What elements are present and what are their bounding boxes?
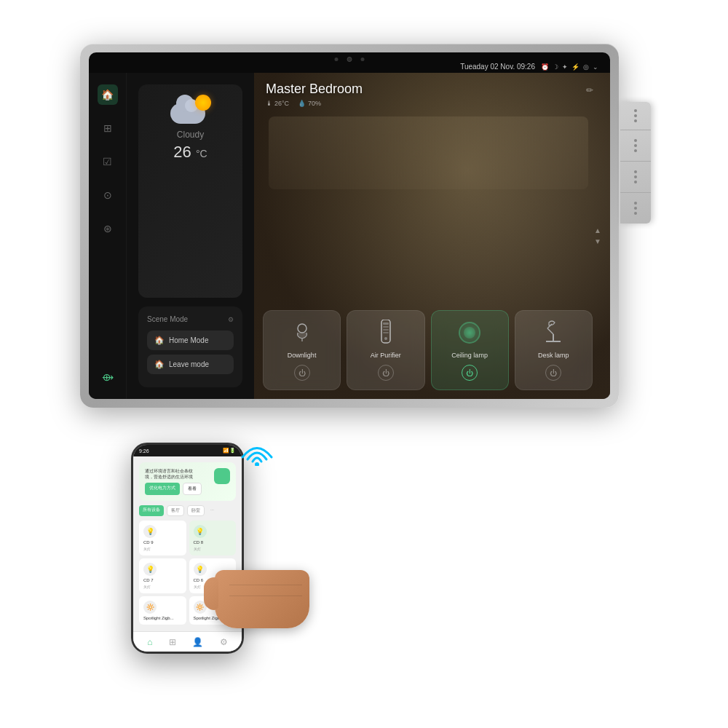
sidebar-item-home[interactable]: 🏠 <box>98 84 118 105</box>
side-dot <box>634 175 637 178</box>
phone-nav-settings[interactable]: ⚙ <box>220 637 228 647</box>
right-panel: Master Bedroom 🌡 26°C 💧 70% ✏ ▲ ▼ <box>254 73 610 399</box>
air-purifier-label: Air Purifier <box>371 352 401 359</box>
thumb-shape <box>204 577 218 610</box>
leave-mode-label: Leave mode <box>169 360 209 368</box>
desk-lamp-label: Desk lamp <box>538 352 569 359</box>
phone-time: 9:26 <box>139 448 149 454</box>
side-dots-1 <box>634 109 637 122</box>
svg-rect-3 <box>383 323 389 325</box>
sidebar-item-devices[interactable]: ⊞ <box>98 118 118 138</box>
cd7-icon: 💡 <box>143 563 157 576</box>
room-humidity: 💧 70% <box>298 100 321 107</box>
phone-device-cd7[interactable]: 💡 CD 7 关灯 <box>139 558 186 593</box>
phone-device-spotlight1[interactable]: 🔆 Spotlight Zigb... <box>139 596 186 625</box>
cd9-sub: 关灯 <box>143 547 182 551</box>
air-purifier-power-btn[interactable]: ⏻ <box>378 365 394 381</box>
sidebar-item-tasks[interactable]: ☑ <box>98 151 118 172</box>
ceiling-lamp-label: Ceiling lamp <box>451 352 488 359</box>
scene-header: Scene Mode ⚙ <box>147 315 234 323</box>
hand-shape <box>215 570 309 628</box>
device-card-ceiling-lamp[interactable]: Ceiling lamp ⏻ <box>431 310 509 390</box>
air-purifier-icon-area <box>373 320 399 346</box>
phone-status-bar: 9:26 📶🔋 <box>133 445 242 456</box>
scene-home-mode-btn[interactable]: 🏠 Home Mode <box>147 331 234 350</box>
phone-secondary-btn[interactable]: 看看 <box>183 483 202 495</box>
knuckle-line-2 <box>229 596 302 596</box>
spotlight1-icon: 🔆 <box>143 601 157 614</box>
cd9-name: CD 9 <box>143 540 182 545</box>
filter-more[interactable]: ... <box>207 505 217 516</box>
cd8-icon: 💡 <box>194 525 207 538</box>
device-card-downlight[interactable]: Downlight ⏻ <box>263 310 341 390</box>
scroll-up-arrow[interactable]: ▲ <box>594 226 601 234</box>
side-dot <box>634 207 637 210</box>
phone-section: 9:26 📶🔋 通过环境语言和社会条纹境，营造舒适的生活环境 优化电力方式 看看 <box>131 443 641 654</box>
datetime: Tueaday 02 Nov. 09:26 <box>460 63 535 71</box>
phone-nav-home[interactable]: ⌂ <box>147 637 152 647</box>
side-dot <box>634 149 637 152</box>
side-dot <box>634 181 637 183</box>
phone-nav-profile[interactable]: 👤 <box>192 637 203 647</box>
side-btn-group-3[interactable] <box>620 162 651 193</box>
svg-point-7 <box>384 337 387 340</box>
filter-bedroom[interactable]: 卧室 <box>187 505 205 516</box>
downlight-power-btn[interactable]: ⏻ <box>294 365 310 381</box>
alarm-icon: ⏰ <box>541 63 549 71</box>
desk-lamp-power-btn[interactable]: ⏻ <box>545 365 561 381</box>
camera-bar <box>335 57 365 62</box>
ceiling-lamp-glow <box>464 327 475 339</box>
phone-device-cd8[interactable]: 💡 CD 8 关灯 <box>189 521 237 555</box>
room-header: Master Bedroom 🌡 26°C 💧 70% ✏ <box>266 82 598 107</box>
sidebar-item-settings[interactable]: ⊛ <box>98 218 118 239</box>
sidebar-item-camera[interactable]: ⊙ <box>98 185 118 205</box>
camera-lens <box>347 57 352 62</box>
lightning-icon: ⚡ <box>571 63 579 71</box>
side-dot <box>634 212 637 215</box>
side-btn-group-1[interactable] <box>620 102 651 130</box>
wifi-signal <box>239 435 275 469</box>
main-content: 🏠 ⊞ ☑ ⊙ ⊛ ⟴ <box>89 52 610 399</box>
device-card-air-purifier[interactable]: Air Purifier ⏻ <box>347 310 424 390</box>
side-panel <box>620 102 651 223</box>
side-dot <box>634 170 637 173</box>
phone-banner: 通过环境语言和社会条纹境，营造舒适的生活环境 优化电力方式 看看 <box>139 462 236 501</box>
device-card-desk-lamp[interactable]: Desk lamp ⏻ <box>515 310 593 390</box>
desk-lamp-icon-area <box>540 320 566 346</box>
room-edit-button[interactable]: ✏ <box>581 82 598 99</box>
wifi-icon: ◎ <box>583 63 589 71</box>
phone-banner-text: 通过环境语言和社会条纹境，营造舒适的生活环境 <box>145 468 210 480</box>
scroll-down-arrow[interactable]: ▼ <box>594 237 601 245</box>
camera-dot-2 <box>361 58 365 61</box>
arrow-icon: ⌄ <box>593 63 598 71</box>
side-btn-group-4[interactable] <box>620 193 651 223</box>
phone-btn-row: 优化电力方式 看看 <box>145 483 210 495</box>
svg-rect-5 <box>383 329 389 331</box>
filter-living[interactable]: 客厅 <box>167 505 184 516</box>
device-frame: Tueaday 02 Nov. 09:26 ⏰ ☽ ✦ ⚡ ◎ ⌄ 🏠 ⊞ ☑ <box>80 44 619 408</box>
wifi-signal-svg <box>239 435 275 466</box>
hand-area <box>215 570 309 628</box>
phone-device-cd9[interactable]: 💡 CD 9 关灯 <box>139 521 186 555</box>
weather-unit: °C <box>196 148 207 159</box>
ceiling-lamp-indicator <box>459 322 480 344</box>
phone-nav-devices[interactable]: ⊞ <box>169 637 176 647</box>
sidebar-item-assistant[interactable]: ⟴ <box>98 367 118 387</box>
desk-lamp-svg-icon <box>542 320 565 346</box>
phone-primary-btn[interactable]: 优化电力方式 <box>145 483 180 495</box>
cd9-icon: 💡 <box>143 525 157 538</box>
devices-grid: Downlight ⏻ <box>263 310 593 390</box>
side-btn-group-2[interactable] <box>620 130 651 162</box>
scene-settings-icon[interactable]: ⚙ <box>228 316 234 323</box>
filter-all[interactable]: 所有设备 <box>139 505 164 516</box>
left-panel: Cloudy 26 °C Scene Mode ⚙ 🏠 <box>127 73 254 399</box>
scene-leave-mode-btn[interactable]: 🏠 Leave mode <box>147 355 234 374</box>
side-dot <box>634 119 637 122</box>
svg-rect-6 <box>383 332 389 333</box>
weather-icon-area <box>149 95 232 124</box>
ceiling-lamp-power-btn[interactable]: ⏻ <box>462 365 478 381</box>
phone-battery: 📶🔋 <box>223 448 236 454</box>
room-title: Master Bedroom <box>266 82 363 97</box>
weather-card: Cloudy 26 °C <box>138 84 242 298</box>
svg-line-9 <box>547 328 553 334</box>
